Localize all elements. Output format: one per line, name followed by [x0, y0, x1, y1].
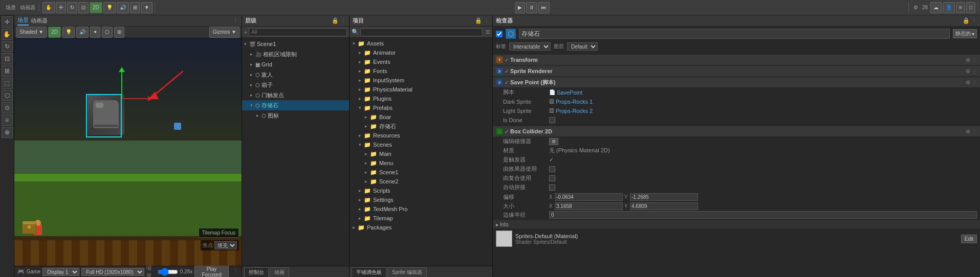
- expand-arrow[interactable]: ▸: [250, 52, 255, 57]
- scene-content[interactable]: Tilemap Focus 焦点 塔无: [14, 38, 242, 266]
- sprite-renderer-more-icon[interactable]: ⋮: [972, 68, 977, 74]
- expand-arrow[interactable]: ▸: [250, 93, 255, 98]
- savepoint-settings-icon[interactable]: ⚙: [966, 80, 970, 85]
- proj-expand-arrow[interactable]: ▸: [359, 78, 364, 83]
- edit-collider-btn[interactable]: ⚙: [549, 138, 558, 145]
- tool-btn-4[interactable]: ⊡: [2, 53, 13, 64]
- console-tab[interactable]: 控制台: [244, 267, 269, 277]
- expand-arrow[interactable]: ▸: [250, 82, 255, 87]
- static-badge[interactable]: 静态的 ▾: [953, 29, 977, 38]
- proj-expand-arrow[interactable]: ▾: [359, 142, 364, 147]
- list-item[interactable]: ▾ 📁 Assets: [350, 39, 492, 48]
- scene-scene-btn[interactable]: ⬡: [102, 27, 113, 38]
- inspector-lock-icon[interactable]: 🔒: [963, 17, 970, 24]
- sprite-editor-tab[interactable]: Sprite 编辑器: [387, 267, 427, 277]
- 2d-mode-btn[interactable]: 2D: [90, 2, 102, 13]
- tool-btn-5[interactable]: ⊞: [2, 65, 13, 77]
- list-item[interactable]: ▸ 📁 Settings: [350, 195, 492, 204]
- list-item[interactable]: ▸ ⬡ 图标: [242, 110, 349, 121]
- list-item[interactable]: ▸ 📁 存储石: [350, 122, 492, 131]
- proj-expand-arrow[interactable]: ▸: [365, 124, 370, 129]
- tool-btn-9[interactable]: ≡: [2, 114, 13, 126]
- move-tool[interactable]: ✛: [56, 2, 66, 13]
- list-item[interactable]: ▸ 📁 Resources: [350, 131, 492, 140]
- scene-tab[interactable]: 场景: [17, 16, 29, 26]
- pause-btn[interactable]: ⏸: [526, 2, 537, 13]
- rotate-tool[interactable]: ↻: [67, 2, 77, 13]
- shading-btn[interactable]: Shaded ▼: [16, 27, 47, 38]
- play-btn[interactable]: ▶: [515, 2, 525, 13]
- scene-fx-btn[interactable]: ✦: [90, 27, 100, 38]
- expand-arrow[interactable]: ▾: [250, 103, 255, 108]
- list-item[interactable]: ▸ ⬡ 箱子: [242, 80, 349, 90]
- collab-btn[interactable]: ☁: [930, 2, 942, 13]
- list-item[interactable]: ▸ 📁 Events: [350, 57, 492, 66]
- size-x-input[interactable]: [555, 202, 623, 210]
- audio-tool[interactable]: 🔊: [117, 2, 129, 13]
- proj-expand-arrow[interactable]: ▸: [359, 87, 364, 92]
- list-item[interactable]: ▾ 📁 Prefabs: [350, 103, 492, 112]
- light-sprite-link[interactable]: Props-Rocks 2: [556, 108, 593, 114]
- scene-settings-icon[interactable]: ⋮: [233, 17, 238, 24]
- size-y-input[interactable]: [630, 202, 698, 210]
- proj-expand-arrow[interactable]: ▾: [359, 105, 364, 110]
- scene-gizmo-btn[interactable]: Gizmos ▼: [209, 27, 239, 38]
- proj-expand-arrow[interactable]: ▸: [365, 160, 370, 166]
- boxcollider-more-icon[interactable]: ⋮: [972, 129, 977, 134]
- sprite-renderer-component-header[interactable]: S ✓ Sprite Renderer ⚙ ⋮: [493, 65, 980, 77]
- hierarchy-search-input[interactable]: [249, 28, 347, 36]
- proj-expand-arrow[interactable]: ▸: [359, 216, 364, 221]
- project-more-icon[interactable]: ⋮: [484, 17, 489, 24]
- proj-expand-arrow[interactable]: ▸: [359, 50, 364, 55]
- hierarchy-lock-icon[interactable]: 🔒: [332, 17, 339, 24]
- account-btn[interactable]: 👤: [943, 2, 955, 13]
- display-select[interactable]: Display 1: [42, 268, 79, 276]
- list-item[interactable]: ▸ ⬡ 敌人: [242, 70, 349, 80]
- expand-arrow[interactable]: ▸: [250, 62, 255, 67]
- info-toggle[interactable]: ▸: [496, 222, 500, 227]
- proj-expand-arrow[interactable]: ▸: [359, 59, 364, 64]
- offset-y-input[interactable]: [630, 193, 698, 201]
- transform-component-header[interactable]: T ✓ Transform ⚙ ⋮: [493, 54, 980, 65]
- layer-select[interactable]: Default: [567, 42, 598, 51]
- list-item[interactable]: ▸ 📁 Menu: [350, 158, 492, 168]
- list-item[interactable]: ▸ 📁 Fonts: [350, 66, 492, 76]
- list-item[interactable]: ▾ ⬡ 存储石: [242, 100, 349, 110]
- list-item[interactable]: ▸ 📁 TextMesh Pro: [350, 204, 492, 214]
- list-item[interactable]: ▸ 📁 Main: [350, 149, 492, 158]
- proj-expand-arrow[interactable]: ▸: [359, 188, 364, 193]
- list-item[interactable]: ▸ ⬡ 门触发点: [242, 90, 349, 100]
- script-link[interactable]: SavePoint: [557, 89, 582, 96]
- game-more-icon[interactable]: ⋮: [233, 268, 238, 275]
- proj-expand-arrow[interactable]: ▸: [359, 96, 364, 101]
- expand-arrow[interactable]: ▸: [256, 113, 262, 118]
- tag-select[interactable]: Interactable: [509, 42, 551, 51]
- tool-btn-2[interactable]: ✋: [2, 29, 13, 40]
- transform-more-icon[interactable]: ⋮: [972, 57, 977, 63]
- list-item[interactable]: ▸ 📁 Scene2: [350, 177, 492, 186]
- tool-btn-1[interactable]: ✛: [2, 16, 13, 28]
- expand-arrow[interactable]: ▸: [250, 72, 255, 77]
- is-done-checkbox[interactable]: [549, 117, 555, 123]
- list-item[interactable]: ▸ 📁 Scene1: [350, 168, 492, 177]
- list-item[interactable]: ▾ 🎬 Scene1: [242, 39, 349, 49]
- proj-expand-arrow[interactable]: ▸: [359, 206, 364, 212]
- focus-select[interactable]: 塔无: [214, 241, 237, 249]
- dark-sprite-link[interactable]: Props-Rocks 1: [556, 99, 593, 105]
- list-item[interactable]: ▸ 📁 InputSystem: [350, 76, 492, 85]
- list-item[interactable]: ▸ 📁 Tilemap: [350, 214, 492, 223]
- play-focused-btn[interactable]: Play Focused: [194, 265, 229, 278]
- tool-btn-10[interactable]: ⊕: [2, 127, 13, 138]
- sprite-renderer-settings-icon[interactable]: ⚙: [966, 68, 970, 74]
- inspector-more-icon[interactable]: ⋮: [971, 17, 977, 24]
- transform-settings-icon[interactable]: ⚙: [966, 57, 970, 63]
- tilemap-palette-tab[interactable]: 平铺调色板: [352, 267, 386, 277]
- proj-expand-arrow[interactable]: ▸: [365, 170, 370, 175]
- more-tool[interactable]: ▼: [141, 2, 153, 13]
- list-item[interactable]: ▸ 📁 Boar: [350, 112, 492, 122]
- project-filter-icon[interactable]: ☰: [486, 29, 490, 35]
- list-item[interactable]: ▸ 📁 Animator: [350, 48, 492, 57]
- proj-expand-arrow[interactable]: ▸: [359, 133, 364, 138]
- list-item[interactable]: ▸ 📁 Scripts: [350, 186, 492, 195]
- object-enable-checkbox[interactable]: [496, 31, 503, 37]
